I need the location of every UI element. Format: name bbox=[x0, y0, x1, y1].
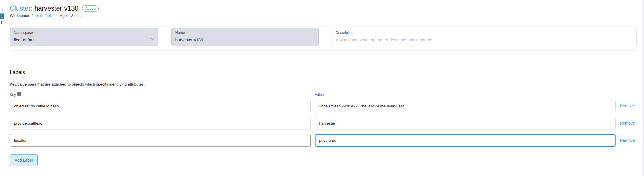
metadata-form: Namespace fleet-default Name harvester-v… bbox=[10, 28, 637, 46]
workspace-label: Workspace: bbox=[10, 13, 30, 18]
content-divider bbox=[10, 51, 637, 51]
labels-subtitle: Key/value pairs that are attached to obj… bbox=[10, 82, 637, 87]
sidebar-nav-count: 1 bbox=[1, 14, 3, 18]
remove-label-link[interactable]: Remove bbox=[620, 104, 635, 108]
sidebar-nav-item[interactable]: 0 bbox=[1, 8, 3, 12]
age-value: 12 mins bbox=[69, 13, 82, 18]
name-field: Name harvester-v130 bbox=[171, 28, 319, 46]
key-column-header: Key i bbox=[10, 93, 311, 97]
label-key-input[interactable] bbox=[10, 100, 311, 112]
sidebar-nav-item-selected[interactable]: 1 bbox=[0, 13, 4, 19]
cluster-detail-panel: Cluster: harvester-v130 Active Workspace… bbox=[4, 0, 644, 176]
remove-label-link[interactable]: Remove bbox=[620, 121, 635, 125]
content-divider bbox=[10, 26, 637, 26]
chevron-down-icon bbox=[151, 36, 155, 41]
labels-heading: Labels bbox=[10, 69, 637, 76]
status-badge: Active bbox=[82, 5, 99, 12]
label-key-input[interactable] bbox=[10, 134, 311, 147]
resource-type-label: Cluster: bbox=[10, 5, 32, 12]
workspace-link[interactable]: fleet-default bbox=[32, 13, 52, 18]
age-label: Age: bbox=[60, 13, 68, 18]
label-value-input[interactable] bbox=[315, 134, 616, 147]
value-header-text: Value bbox=[315, 93, 324, 97]
page-title: Cluster: harvester-v130 Active bbox=[10, 5, 637, 12]
namespace-value: fleet-default bbox=[14, 37, 154, 43]
labels-column-headers: Key i Value bbox=[10, 93, 637, 97]
label-value-input[interactable] bbox=[315, 100, 616, 112]
namespace-select: Namespace fleet-default bbox=[10, 28, 158, 46]
label-value-input[interactable] bbox=[315, 117, 616, 129]
label-rows: Remove Remove Remove bbox=[10, 100, 637, 147]
key-header-text: Key bbox=[10, 93, 16, 97]
add-label-button[interactable]: Add Label bbox=[10, 154, 38, 166]
description-input[interactable] bbox=[336, 37, 633, 43]
cluster-name: harvester-v130 bbox=[34, 5, 78, 12]
namespace-label: Namespace bbox=[14, 31, 154, 35]
sidebar-nav-item[interactable]: 1 bbox=[1, 21, 3, 25]
sidebar-edge: 0 1 1 bbox=[0, 0, 4, 176]
age-text: Age: 12 mins bbox=[60, 13, 83, 18]
description-field: Description bbox=[332, 28, 637, 46]
info-icon[interactable]: i bbox=[17, 92, 21, 96]
name-label: Name bbox=[175, 31, 315, 35]
header-meta: Workspace: fleet-default Age: 12 mins bbox=[10, 13, 637, 18]
remove-label-link[interactable]: Remove bbox=[620, 138, 635, 143]
description-label: Description bbox=[336, 31, 633, 35]
value-column-header: Value bbox=[315, 93, 616, 97]
name-value: harvester-v130 bbox=[175, 37, 315, 43]
label-key-input[interactable] bbox=[10, 117, 311, 129]
